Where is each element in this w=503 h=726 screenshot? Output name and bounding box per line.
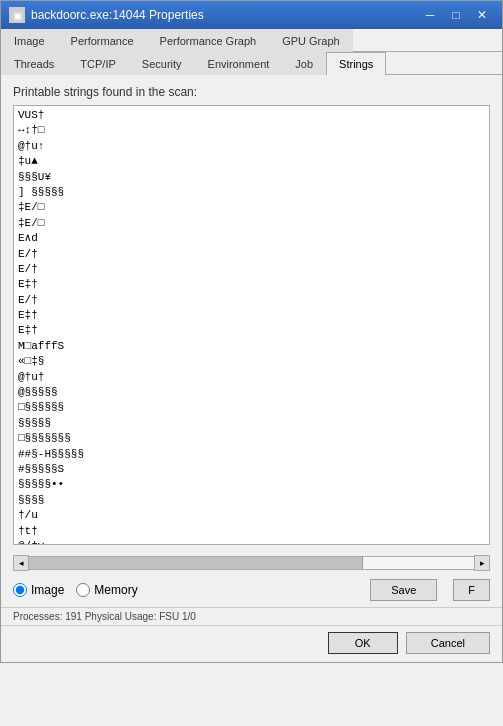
save-button[interactable]: Save: [370, 579, 437, 601]
list-item: □§§§§§§§: [18, 431, 485, 446]
tab-job[interactable]: Job: [282, 52, 326, 75]
scrollbar-row: ◂ ▸: [1, 553, 502, 573]
list-item: E∧d: [18, 231, 485, 246]
list-item: @§§§§§: [18, 385, 485, 400]
maximize-button[interactable]: □: [444, 6, 468, 24]
list-item: E/†: [18, 262, 485, 277]
scroll-right-button[interactable]: ▸: [474, 555, 490, 571]
title-bar-left: ▣ backdoorc.exe:14044 Properties: [9, 7, 204, 23]
main-window: ▣ backdoorc.exe:14044 Properties ─ □ ✕ I…: [0, 0, 503, 663]
list-item: ‡E/□: [18, 216, 485, 231]
tab-performance-graph[interactable]: Performance Graph: [147, 29, 270, 52]
bottom-controls: Image Memory Save F: [1, 573, 502, 607]
list-item: M□afffS: [18, 339, 485, 354]
radio-group: Image Memory: [13, 583, 138, 597]
close-button[interactable]: ✕: [470, 6, 494, 24]
ok-button[interactable]: OK: [328, 632, 398, 654]
list-item: VUS†: [18, 108, 485, 123]
tab-gpu-graph[interactable]: GPU Graph: [269, 29, 352, 52]
radio-image[interactable]: Image: [13, 583, 64, 597]
tab-security[interactable]: Security: [129, 52, 195, 75]
list-item: †t†: [18, 524, 485, 539]
tab-environment[interactable]: Environment: [195, 52, 283, 75]
f-button[interactable]: F: [453, 579, 490, 601]
list-item: §§§U¥: [18, 170, 485, 185]
list-item: †/u: [18, 508, 485, 523]
list-item: E‡†: [18, 308, 485, 323]
list-item: E/†: [18, 293, 485, 308]
window-title: backdoorc.exe:14044 Properties: [31, 8, 204, 22]
list-item: ] §§§§§: [18, 185, 485, 200]
content-area: Printable strings found in the scan: VUS…: [1, 75, 502, 553]
radio-image-label: Image: [31, 583, 64, 597]
tab-threads[interactable]: Threads: [1, 52, 67, 75]
radio-memory[interactable]: Memory: [76, 583, 137, 597]
window-icon: ▣: [9, 7, 25, 23]
list-item: @†u↑: [18, 139, 485, 154]
list-item: @†u†: [18, 370, 485, 385]
radio-memory-label: Memory: [94, 583, 137, 597]
list-item: §§§§§••: [18, 477, 485, 492]
list-item: □§§§§§§: [18, 400, 485, 415]
list-item: §§§§§: [18, 416, 485, 431]
list-item: E/†: [18, 247, 485, 262]
dialog-buttons: OK Cancel: [1, 625, 502, 662]
tab-performance[interactable]: Performance: [58, 29, 147, 52]
list-item: ‡E/□: [18, 200, 485, 215]
title-bar-controls: ─ □ ✕: [418, 6, 494, 24]
list-item: @/‡v: [18, 539, 485, 545]
list-item: E‡†: [18, 277, 485, 292]
list-item: E‡†: [18, 323, 485, 338]
tab-bar-1: Image Performance Performance Graph GPU …: [1, 29, 502, 52]
radio-image-input[interactable]: [13, 583, 27, 597]
list-item: ##§-H§§§§§: [18, 447, 485, 462]
list-item: §§§§: [18, 493, 485, 508]
tab-tcp-ip[interactable]: TCP/IP: [67, 52, 128, 75]
list-item: «□‡§: [18, 354, 485, 369]
content-label: Printable strings found in the scan:: [13, 85, 490, 99]
title-bar: ▣ backdoorc.exe:14044 Properties ─ □ ✕: [1, 1, 502, 29]
radio-memory-input[interactable]: [76, 583, 90, 597]
minimize-button[interactable]: ─: [418, 6, 442, 24]
status-bar: Processes: 191 Physical Usage: FSU 1/0: [1, 607, 502, 625]
list-item: #§§§§§S: [18, 462, 485, 477]
list-item: ‡u▲: [18, 154, 485, 169]
tab-image[interactable]: Image: [1, 29, 58, 52]
list-item: ↔↕†□: [18, 123, 485, 138]
tab-strings[interactable]: Strings: [326, 52, 386, 75]
scroll-left-button[interactable]: ◂: [13, 555, 29, 571]
tab-bar-2: Threads TCP/IP Security Environment Job …: [1, 52, 502, 75]
strings-list[interactable]: VUS†↔↕†□@†u↑‡u▲§§§U¥] §§§§§‡E/□‡E/□E∧dE/…: [13, 105, 490, 545]
cancel-button[interactable]: Cancel: [406, 632, 490, 654]
